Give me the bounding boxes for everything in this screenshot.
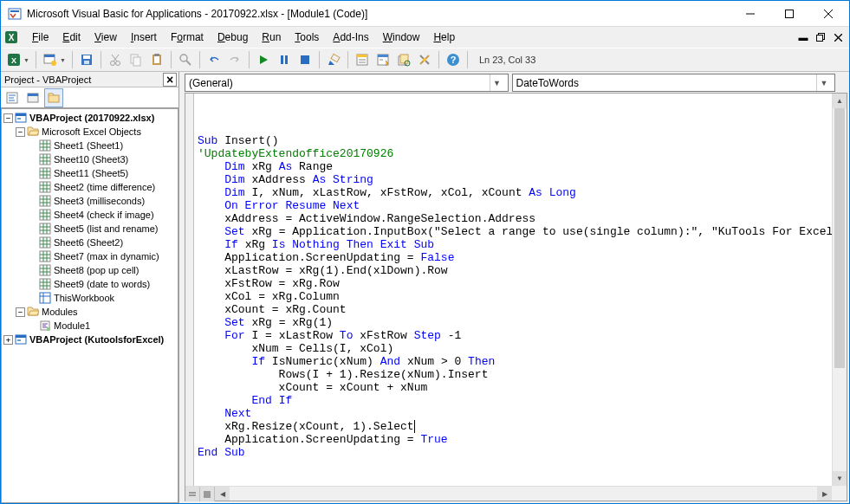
svg-rect-18 — [83, 55, 90, 59]
full-module-view-button[interactable] — [200, 487, 215, 501]
collapse-icon[interactable]: − — [3, 113, 13, 123]
scroll-right-icon[interactable]: ▶ — [817, 487, 832, 501]
svg-rect-56 — [49, 95, 59, 102]
svg-text:?: ? — [451, 55, 457, 65]
tree-node[interactable]: Sheet2 (time difference) — [2, 180, 178, 194]
tree-node[interactable]: −Microsoft Excel Objects — [2, 125, 178, 139]
find-button[interactable] — [176, 50, 195, 69]
undo-button[interactable] — [204, 50, 224, 69]
svg-rect-60 — [40, 140, 50, 151]
horizontal-scrollbar[interactable]: ◀ ▶ — [185, 486, 832, 501]
svg-point-23 — [115, 61, 120, 66]
menu-insert[interactable]: Insert — [124, 29, 164, 45]
tree-node[interactable]: Sheet8 (pop up cell) — [2, 263, 178, 277]
run-button[interactable] — [254, 50, 273, 69]
project-tree[interactable]: −VBAProject (20170922.xlsx)−Microsoft Ex… — [1, 108, 178, 503]
tree-icon — [39, 264, 51, 276]
menu-file[interactable]: File — [25, 29, 55, 45]
tree-node[interactable]: Sheet6 (Sheet2) — [2, 236, 178, 249]
dropdown-arrow-icon[interactable]: ▼ — [60, 57, 68, 63]
menu-view[interactable]: View — [88, 29, 124, 45]
mdi-close-button[interactable] — [830, 29, 846, 45]
tree-node[interactable]: Sheet3 (milliseconds) — [2, 194, 178, 208]
menu-tools[interactable]: Tools — [288, 29, 326, 45]
maximize-button[interactable] — [769, 1, 808, 26]
tree-node[interactable]: +VBAProject (KutoolsforExcel) — [2, 333, 178, 346]
view-code-button[interactable] — [3, 88, 22, 107]
scroll-up-icon[interactable]: ▲ — [833, 94, 847, 108]
project-panel-close-button[interactable]: × — [163, 73, 177, 87]
toggle-folders-button[interactable] — [44, 88, 63, 107]
tree-label: Sheet10 (Sheet3) — [54, 154, 128, 165]
tree-node[interactable]: Sheet10 (Sheet3) — [2, 152, 178, 166]
svg-rect-65 — [40, 154, 50, 165]
menu-add-ins[interactable]: Add-Ins — [326, 29, 375, 45]
svg-rect-125 — [17, 339, 21, 341]
tree-icon — [15, 112, 27, 124]
svg-rect-124 — [16, 335, 26, 338]
svg-rect-9 — [816, 35, 822, 41]
scroll-down-icon[interactable]: ▼ — [833, 471, 847, 486]
close-button[interactable] — [808, 1, 847, 26]
save-button[interactable] — [77, 50, 96, 69]
menu-format[interactable]: Format — [164, 29, 211, 45]
paste-button[interactable] — [147, 50, 166, 69]
scroll-left-icon[interactable]: ◀ — [215, 487, 230, 501]
tree-node[interactable]: Module1 — [2, 319, 178, 333]
collapse-icon[interactable]: − — [16, 127, 25, 137]
svg-point-122 — [47, 327, 50, 331]
object-browser-button[interactable] — [394, 50, 413, 69]
toolbox-button[interactable] — [415, 50, 434, 69]
svg-rect-32 — [285, 55, 288, 64]
insert-userform-button[interactable] — [41, 50, 60, 69]
menu-run[interactable]: Run — [255, 29, 288, 45]
procedure-dropdown-value: DateToWords — [516, 77, 579, 89]
vertical-scrollbar[interactable]: ▲ ▼ — [832, 94, 847, 486]
tree-node[interactable]: Sheet5 (list and rename) — [2, 222, 178, 236]
tree-node[interactable]: −VBAProject (20170922.xlsx) — [2, 111, 178, 125]
properties-button[interactable] — [373, 50, 393, 69]
cut-button[interactable] — [106, 50, 125, 69]
tree-label: Sheet5 (list and rename) — [54, 223, 158, 234]
dropdown-arrow-icon[interactable]: ▼ — [23, 57, 31, 63]
menu-edit[interactable]: Edit — [55, 29, 88, 45]
tree-node[interactable]: Sheet11 (Sheet5) — [2, 166, 178, 180]
tree-node[interactable]: −Modules — [2, 305, 178, 319]
reset-button[interactable] — [295, 50, 315, 69]
tree-node[interactable]: Sheet7 (max in dynamic) — [2, 249, 178, 263]
code-editor[interactable]: Sub Insert() 'UpdatebyExtendoffice201709… — [185, 94, 847, 501]
procedure-dropdown[interactable]: DateToWords ▼ — [512, 74, 836, 92]
tree-label: Sheet9 (date to words) — [54, 279, 150, 289]
break-button[interactable] — [275, 50, 294, 69]
menu-help[interactable]: Help — [426, 29, 462, 45]
mdi-restore-button[interactable] — [813, 29, 828, 45]
help-button[interactable]: ? — [444, 50, 463, 69]
tree-icon — [39, 167, 51, 179]
mdi-minimize-button[interactable]: ▬ — [795, 29, 811, 45]
tree-node[interactable]: Sheet4 (check if image) — [2, 208, 178, 222]
redo-button[interactable] — [225, 50, 244, 69]
expand-icon[interactable]: + — [3, 335, 13, 345]
procedure-view-button[interactable] — [185, 487, 200, 501]
code-dropdowns: (General) ▼ DateToWords ▼ — [179, 72, 849, 91]
svg-rect-95 — [40, 237, 50, 248]
tree-node[interactable]: Sheet1 (Sheet1) — [2, 139, 178, 152]
titlebar: Microsoft Visual Basic for Applications … — [1, 1, 849, 27]
svg-rect-115 — [40, 293, 50, 303]
view-excel-button[interactable]: X — [4, 50, 23, 69]
tree-label: Sheet7 (max in dynamic) — [54, 251, 159, 262]
view-object-button[interactable] — [23, 88, 42, 107]
svg-rect-85 — [40, 210, 50, 220]
minimize-button[interactable] — [730, 1, 769, 26]
tree-node[interactable]: ThisWorkbook — [2, 291, 178, 305]
collapse-icon[interactable]: − — [16, 307, 25, 317]
menu-debug[interactable]: Debug — [211, 29, 255, 45]
design-mode-button[interactable] — [324, 50, 343, 69]
project-explorer-button[interactable] — [353, 50, 372, 69]
cursor-position: Ln 23, Col 33 — [479, 55, 535, 65]
scroll-thumb[interactable] — [834, 108, 845, 368]
copy-button[interactable] — [127, 50, 146, 69]
tree-node[interactable]: Sheet9 (date to words) — [2, 277, 178, 291]
menu-window[interactable]: Window — [376, 29, 427, 45]
object-dropdown[interactable]: (General) ▼ — [185, 74, 509, 92]
